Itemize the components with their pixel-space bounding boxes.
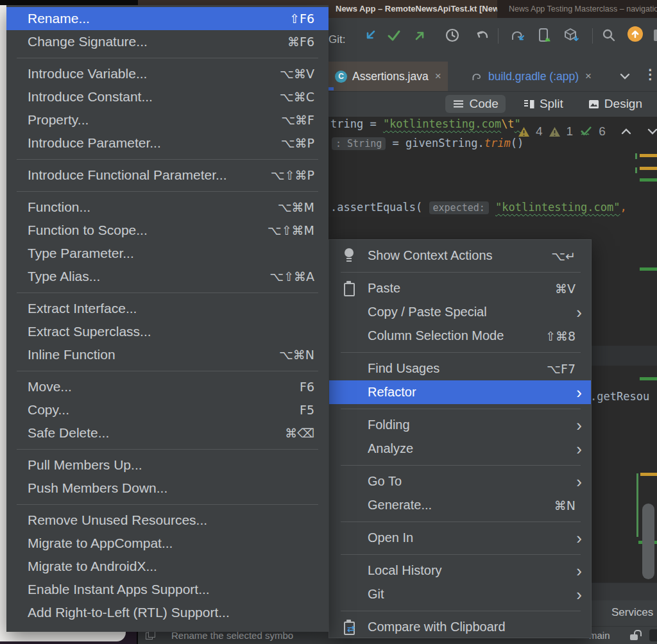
- context-menu-item[interactable]: Generate... ⌘N: [329, 493, 591, 517]
- warning-count: 4: [536, 124, 543, 139]
- context-menu-item[interactable]: Go To ›: [329, 470, 591, 493]
- tab-build-gradle[interactable]: build.gradle (:app) ×: [464, 62, 598, 91]
- mode-split[interactable]: Split: [516, 95, 570, 113]
- search-everywhere-button[interactable]: [601, 27, 617, 44]
- refactor-menu-item[interactable]: Extract Superclass...: [6, 320, 328, 343]
- refactor-menu-item[interactable]: Extract Interface...: [6, 297, 328, 320]
- refactor-menu-item[interactable]: Function to Scope... ⌥⇧⌘M: [6, 219, 328, 242]
- refactor-menu-item: [6, 500, 328, 509]
- update-project-button[interactable]: [362, 27, 379, 44]
- context-menu-item[interactable]: Paste ⌘V: [329, 276, 591, 300]
- refactor-menu-item[interactable]: Add Right-to-Left (RTL) Support...: [6, 601, 328, 624]
- refactor-menu-item[interactable]: Migrate to AppCompat...: [6, 532, 328, 555]
- refactor-menu-item[interactable]: Push Members Down...: [6, 477, 328, 500]
- menu-item-label: Paste: [368, 281, 555, 296]
- menu-item-label: Go To: [368, 474, 570, 489]
- menu-item-label: Open In: [368, 530, 570, 545]
- refactor-menu-item[interactable]: Introduce Functional Parameter... ⌥⇧⌘P: [6, 164, 328, 187]
- context-menu-item[interactable]: Find Usages ⌥F7: [329, 357, 591, 380]
- menu-item-shortcut: ⌥⇧⌘P: [271, 168, 314, 182]
- refactor-menu-item[interactable]: Migrate to AndroidX...: [6, 555, 328, 578]
- menu-item-label: Local History: [368, 563, 570, 578]
- inspection-widget[interactable]: 4 1 6: [518, 124, 657, 139]
- menu-item-label: Column Selection Mode: [368, 328, 545, 343]
- context-menu-item[interactable]: Refactor ›: [329, 380, 591, 404]
- menu-item-label: Pull Members Up...: [28, 457, 314, 473]
- hidden-tab-underline: [328, 87, 334, 90]
- menu-item-label: Introduce Parameter...: [28, 135, 281, 151]
- next-issue-chevron-icon[interactable]: [647, 128, 657, 135]
- refactor-menu-item[interactable]: Remove Unused Resources...: [6, 509, 328, 532]
- prev-issue-chevron-icon[interactable]: [620, 128, 632, 135]
- submenu-arrow-icon: ›: [576, 530, 582, 547]
- menu-item-label: Remove Unused Resources...: [28, 513, 314, 528]
- menu-item-shortcut: F5: [300, 403, 314, 417]
- refactor-menu-item: [6, 288, 328, 297]
- context-menu-item: [329, 404, 591, 413]
- menu-item-icon: [339, 586, 359, 603]
- context-menu-item[interactable]: Local History ›: [329, 559, 591, 582]
- refactor-menu-item[interactable]: Copy... F5: [6, 398, 328, 421]
- menu-item-icon: [339, 417, 359, 434]
- refactor-menu-item[interactable]: Move... F6: [6, 375, 328, 398]
- context-menu-item: [329, 267, 591, 276]
- change-marker: [635, 153, 637, 159]
- tab-options-kebab-icon[interactable]: ⋮: [644, 67, 657, 82]
- context-menu-item[interactable]: ⇄ Compare with Clipboard: [329, 615, 591, 639]
- refactor-menu-item[interactable]: Type Parameter...: [6, 242, 328, 265]
- refactor-menu-item[interactable]: Type Alias... ⌥⇧⌘A: [6, 265, 328, 288]
- services-tool-window-button[interactable]: Services: [611, 606, 653, 619]
- device-manager-button[interactable]: [536, 27, 552, 44]
- history-button[interactable]: [444, 27, 461, 44]
- close-tab-icon[interactable]: ×: [585, 70, 592, 83]
- context-menu-item[interactable]: Folding ›: [329, 413, 591, 437]
- sdk-manager-button[interactable]: [563, 27, 579, 44]
- mode-design[interactable]: Design: [581, 95, 649, 113]
- upgrade-notification-button[interactable]: [627, 26, 643, 42]
- menu-item-label: Introduce Constant...: [28, 89, 280, 105]
- refactor-menu-item[interactable]: Introduce Variable... ⌥⌘V: [6, 62, 328, 85]
- commit-button[interactable]: [386, 27, 402, 44]
- context-menu-item[interactable]: Column Selection Mode ⇧⌘8: [329, 324, 591, 348]
- refactor-menu-item[interactable]: Introduce Constant... ⌥⌘C: [6, 85, 328, 108]
- context-menu-item[interactable]: Analyze ›: [329, 437, 591, 461]
- submenu-arrow-icon: ›: [576, 384, 582, 401]
- refactor-menu-item[interactable]: Rename... ⇧F6: [6, 7, 328, 30]
- unlocked-padlock-icon[interactable]: [629, 630, 641, 640]
- context-menu-item[interactable]: Copy / Paste Special ›: [329, 300, 591, 324]
- rollback-button[interactable]: [474, 27, 491, 44]
- context-menu-item[interactable]: Show Context Actions ⌥↵: [329, 244, 591, 267]
- copy-icon: [146, 631, 155, 640]
- context-menu-item[interactable]: Git ›: [329, 582, 591, 606]
- tab-assertions-java[interactable]: C Assertions.java ×: [328, 62, 448, 91]
- refactor-menu-item[interactable]: Introduce Parameter... ⌥⌘P: [6, 131, 328, 155]
- push-button[interactable]: [412, 27, 429, 44]
- code-mode-icon: [452, 98, 465, 110]
- submenu-arrow-icon: ›: [576, 563, 582, 579]
- menu-item-label: Rename...: [28, 11, 289, 26]
- menu-item-icon: [339, 280, 359, 297]
- editor-scrollbar-thumb[interactable]: [642, 504, 654, 579]
- refactor-menu-item[interactable]: Safe Delete... ⌘⌫: [6, 421, 328, 445]
- refactor-menu-item[interactable]: Change Signature... ⌘F6: [6, 30, 328, 53]
- context-menu-item: [329, 348, 591, 357]
- refactor-menu-item[interactable]: Function... ⌥⌘M: [6, 196, 328, 219]
- menu-item-label: Extract Superclass...: [28, 324, 314, 339]
- refactor-menu-item[interactable]: Inline Function ⌥⌘N: [6, 343, 328, 366]
- refactor-menu-item[interactable]: Property... ⌥⌘F: [6, 108, 328, 131]
- refactor-menu-item[interactable]: Enable Instant Apps Support...: [6, 578, 328, 601]
- context-menu-item[interactable]: Open In ›: [329, 526, 591, 550]
- git-branch-widget[interactable]: main: [589, 630, 610, 641]
- chevron-down-icon[interactable]: [618, 69, 632, 86]
- gradle-sync-button[interactable]: [509, 27, 525, 44]
- menu-item-label: Migrate to AndroidX...: [28, 559, 314, 574]
- menu-item-shortcut: ⇧F6: [289, 12, 314, 26]
- close-tab-icon[interactable]: ×: [435, 70, 441, 83]
- refactor-menu-item[interactable]: Pull Members Up...: [6, 453, 328, 477]
- ok-check-icon: [579, 126, 593, 137]
- mode-code[interactable]: Code: [445, 95, 505, 113]
- refactor-menu-item: [6, 155, 328, 164]
- context-menu-item: [329, 606, 591, 615]
- status-bar-widget[interactable]: [649, 629, 657, 641]
- menu-item-shortcut: F6: [300, 380, 314, 394]
